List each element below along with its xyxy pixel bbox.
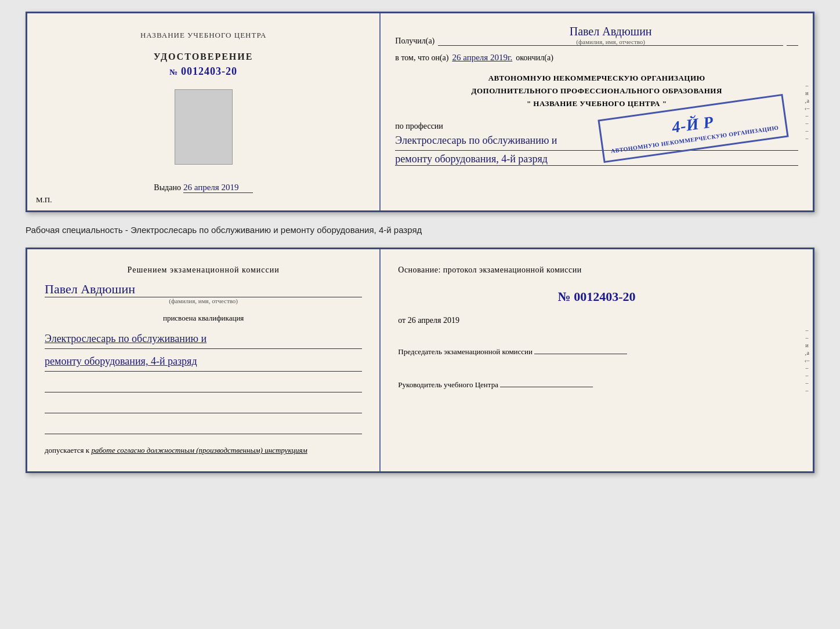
- stamp-line2: ДОПОЛНИТЕЛЬНОГО ПРОФЕССИОНАЛЬНОГО ОБРАЗО…: [471, 86, 722, 95]
- qual-line1: Электрослесарь по обслуживанию и: [45, 329, 362, 349]
- bottom-document: Решением экзаменационной комиссии Павел …: [26, 248, 814, 473]
- commission-title: Решением экзаменационной комиссии: [45, 264, 362, 276]
- vtom-text: в том, что он(а): [395, 53, 448, 63]
- stamp-area: АВТОНОМНУЮ НЕКОММЕРЧЕСКУЮ ОРГАНИЗАЦИЮ ДО…: [395, 72, 798, 110]
- fio-hint-bottom: (фамилия, имя, отчество): [45, 297, 362, 304]
- vtom-date: 26 апреля 2019г.: [452, 53, 512, 63]
- description-row: Рабочая специальность - Электрослесарь п…: [26, 223, 814, 237]
- cert-label: УДОСТОВЕРЕНИЕ: [154, 52, 254, 62]
- profession-line2: ремонту оборудования, 4-й разряд: [395, 153, 798, 166]
- date-prefix: от: [398, 316, 405, 325]
- number-block: № 0012403-20: [398, 286, 795, 304]
- cert-number: 0012403-20: [181, 66, 237, 77]
- top-left-panel: НАЗВАНИЕ УЧЕБНОГО ЦЕНТРА УДОСТОВЕРЕНИЕ №…: [27, 13, 381, 210]
- description-text: Рабочая специальность - Электрослесарь п…: [26, 225, 422, 235]
- chairman-signature-line: [534, 344, 627, 354]
- stamp-line1: АВТОНОМНУЮ НЕКОММЕРЧЕСКУЮ ОРГАНИЗАЦИЮ: [488, 74, 705, 82]
- profession-label: по профессии: [395, 122, 443, 130]
- photo-placeholder: [175, 89, 233, 165]
- vtom-row: в том, что он(а) 26 апреля 2019г. окончи…: [395, 53, 798, 63]
- okoncil-text: окончил(а): [516, 53, 553, 63]
- rukovoditel-signature-line: [500, 377, 593, 387]
- osnov-text: Основание: протокол экзаменационной коми…: [398, 266, 581, 274]
- fio-hint-top: (фамилия, имя, отчество): [438, 38, 783, 45]
- qual-line2: ремонту оборудования, 4-й разряд: [45, 351, 362, 372]
- osnov-date-line: от 26 апреля 2019: [398, 316, 795, 325]
- osnov-date: 26 апреля 2019: [408, 316, 459, 325]
- top-document: НАЗВАНИЕ УЧЕБНОГО ЦЕНТРА УДОСТОВЕРЕНИЕ №…: [26, 12, 814, 212]
- допускается-detail: работе согласно должностным (производств…: [91, 446, 307, 455]
- bottom-right-panel: Основание: протокол экзаменационной коми…: [381, 249, 813, 471]
- blank-line-1: [45, 380, 362, 392]
- side-decoration-bottom: – – и ‚а ‹– – – – –: [802, 249, 812, 471]
- rukovoditel-title: Руководитель учебного Центра: [398, 380, 498, 389]
- number-value: 0012403-20: [574, 289, 635, 304]
- chairman-section: Председатель экзаменационной комиссии: [398, 340, 795, 358]
- school-name-top: НАЗВАНИЕ УЧЕБНОГО ЦЕНТРА: [140, 31, 266, 40]
- recipient-name: Павел Авдюшин: [570, 25, 652, 38]
- recipient-name-field: Павел Авдюшин (фамилия, имя, отчество): [438, 25, 783, 46]
- допускается-row: допускается к работе согласно должностны…: [45, 445, 362, 457]
- mp-label: М.П.: [36, 195, 52, 205]
- issue-date-value: 26 апреля 2019: [183, 183, 253, 193]
- person-name-block: Павел Авдюшин (фамилия, имя, отчество): [45, 282, 362, 304]
- number-prefix: №: [558, 289, 571, 304]
- recipient-row: Получил(а) Павел Авдюшин (фамилия, имя, …: [395, 25, 798, 46]
- dash-top: [787, 45, 798, 46]
- chairman-title: Председатель экзаменационной комиссии: [398, 347, 533, 356]
- top-right-panel: Получил(а) Павел Авдюшин (фамилия, имя, …: [381, 13, 813, 210]
- assigned-text: присвоена квалификация: [163, 314, 244, 322]
- recipient-label: Получил(а): [395, 37, 435, 46]
- commission-text: Решением экзаменационной комиссии: [128, 266, 280, 274]
- assigned-label: присвоена квалификация: [45, 314, 362, 323]
- side-decoration-top: – и ‚а ‹– – – – –: [802, 13, 812, 210]
- cert-number-prefix: №: [169, 68, 178, 77]
- issue-date-row: Выдано 26 апреля 2019: [154, 183, 253, 193]
- bottom-left-panel: Решением экзаменационной комиссии Павел …: [27, 249, 381, 471]
- person-name: Павел Авдюшин: [45, 282, 362, 297]
- osnov-number: № 0012403-20: [398, 289, 795, 304]
- issue-label: Выдано: [154, 183, 181, 192]
- osnov-section: Основание: протокол экзаменационной коми…: [398, 264, 795, 277]
- stamp-line3: " НАЗВАНИЕ УЧЕБНОГО ЦЕНТРА ": [527, 99, 667, 108]
- допускается-label: допускается к: [45, 446, 89, 455]
- rukovoditel-section: Руководитель учебного Центра: [398, 373, 795, 391]
- blank-line-3: [45, 421, 362, 434]
- blank-line-2: [45, 401, 362, 413]
- qualification-block: Электрослесарь по обслуживанию и ремонту…: [45, 329, 362, 372]
- certificate-title-block: УДОСТОВЕРЕНИЕ № 0012403-20: [154, 52, 254, 78]
